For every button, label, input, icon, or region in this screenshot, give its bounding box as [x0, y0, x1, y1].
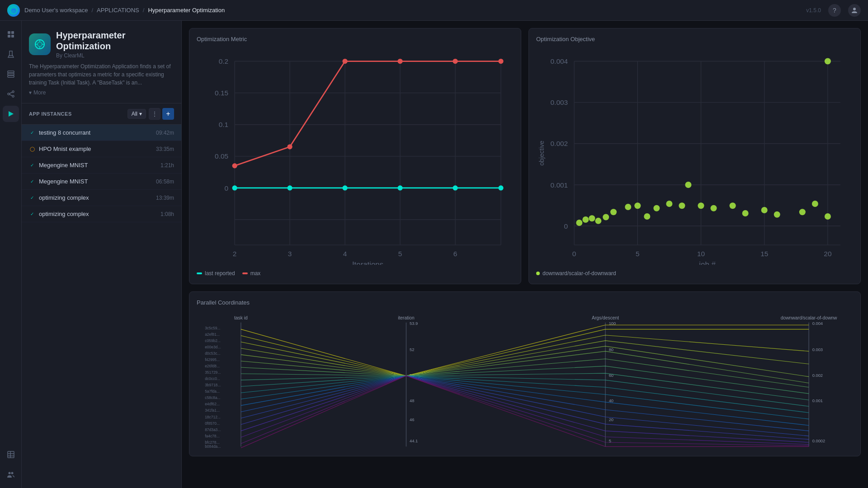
- svg-point-61: [453, 59, 458, 64]
- svg-marker-14: [9, 111, 14, 117]
- app-icon: [29, 33, 51, 55]
- instances-header: APP INSTANCES All ▾ ⋮ +: [22, 103, 181, 125]
- app-title-row: HyperparameterOptimization By ClearML: [29, 30, 174, 59]
- nav-table[interactable]: [3, 446, 19, 463]
- svg-text:351729...: 351729...: [205, 370, 221, 375]
- nav-team[interactable]: [3, 466, 19, 483]
- svg-point-1: [853, 8, 856, 10]
- svg-text:job #: job #: [698, 260, 716, 264]
- svg-text:0.05: 0.05: [215, 152, 228, 160]
- nav-dashboard[interactable]: [3, 26, 19, 42]
- svg-text:0.001: 0.001: [551, 181, 568, 189]
- svg-point-104: [774, 211, 780, 218]
- svg-point-99: [698, 202, 704, 209]
- add-instance-button[interactable]: +: [162, 108, 174, 120]
- svg-rect-5: [11, 35, 14, 38]
- svg-text:4: 4: [343, 250, 347, 258]
- instance-item-4[interactable]: ✓ optimizing complex 13:39m: [22, 190, 181, 206]
- svg-point-53: [342, 185, 347, 190]
- nav-experiments[interactable]: [3, 46, 19, 62]
- svg-text:0.0002: 0.0002: [812, 439, 826, 443]
- svg-point-98: [685, 182, 691, 188]
- svg-point-60: [397, 59, 402, 64]
- svg-text:0.002: 0.002: [551, 140, 568, 147]
- app-author: By ClearML: [56, 52, 125, 59]
- svg-text:downward/scalar-of-downw: downward/scalar-of-downw: [781, 315, 837, 320]
- svg-rect-4: [8, 35, 10, 38]
- sep1: /: [91, 7, 93, 14]
- svg-text:0: 0: [564, 222, 568, 230]
- filter-button[interactable]: All ▾: [127, 109, 146, 119]
- help-button[interactable]: ?: [828, 4, 841, 17]
- svg-point-55: [453, 185, 458, 190]
- svg-text:0.003: 0.003: [551, 99, 568, 106]
- svg-line-12: [9, 92, 12, 94]
- svg-text:80: 80: [609, 347, 613, 352]
- svg-point-91: [610, 209, 617, 215]
- svg-point-107: [825, 213, 831, 220]
- instance-time: 1:08h: [160, 211, 174, 217]
- svg-text:e26fd8...: e26fd8...: [205, 364, 220, 368]
- svg-text:0.004: 0.004: [812, 321, 823, 326]
- svg-text:Iterations: Iterations: [352, 260, 383, 264]
- svg-point-52: [287, 185, 292, 190]
- workspace-link[interactable]: Demo User's workspace: [24, 7, 88, 14]
- more-link[interactable]: ▾ More: [29, 89, 174, 96]
- main-layout: HyperparameterOptimization By ClearML Th…: [0, 21, 868, 488]
- instance-item-1[interactable]: ◯ HPO Mnist example 33:35m: [22, 141, 181, 157]
- metric-chart-title: Optimization Metric: [197, 36, 514, 42]
- svg-point-51: [232, 185, 237, 190]
- instance-item-0[interactable]: ✓ testing 8 concurrant 09:42m: [22, 125, 181, 141]
- objective-chart-area: 0.004 0.003 0.002 0.001 0 objective 0 5 …: [536, 48, 853, 265]
- svg-text:48: 48: [410, 399, 414, 403]
- clearml-logo[interactable]: [7, 4, 20, 17]
- status-check-icon: ✓: [29, 130, 35, 136]
- svg-text:task id: task id: [234, 315, 248, 320]
- svg-text:0.2: 0.2: [219, 57, 228, 65]
- svg-text:52: 52: [410, 347, 414, 352]
- svg-text:5a7fda...: 5a7fda...: [205, 389, 220, 394]
- svg-text:0.003: 0.003: [812, 347, 823, 352]
- svg-text:0.15: 0.15: [215, 89, 228, 97]
- instances-menu-button[interactable]: ⋮: [149, 108, 160, 120]
- svg-point-93: [634, 202, 641, 209]
- instance-name: optimizing complex: [39, 211, 157, 217]
- breadcrumb: Demo User's workspace / APPLICATIONS / H…: [24, 7, 802, 14]
- svg-text:Args/descent: Args/descent: [592, 315, 619, 320]
- svg-text:20: 20: [609, 418, 613, 422]
- nav-pipelines[interactable]: [3, 86, 19, 102]
- optimization-metric-card: Optimization Metric: [189, 28, 521, 284]
- status-check-icon: ✓: [29, 211, 35, 217]
- instance-time: 33:35m: [156, 146, 174, 152]
- svg-point-20: [11, 472, 13, 474]
- svg-text:0.1: 0.1: [219, 121, 228, 128]
- instance-time: 13:39m: [156, 195, 174, 201]
- svg-point-11: [12, 95, 14, 97]
- nav-models[interactable]: [3, 66, 19, 82]
- user-avatar[interactable]: [848, 4, 861, 17]
- instance-item-5[interactable]: ✓ optimizing complex 1:08h: [22, 206, 181, 222]
- objective-legend: downward/scalar-of-downward: [536, 270, 853, 277]
- svg-point-59: [342, 59, 347, 64]
- status-check-icon: ✓: [29, 178, 35, 185]
- svg-rect-7: [8, 73, 14, 75]
- svg-text:d0c53c...: d0c53c...: [205, 351, 220, 356]
- svg-point-90: [603, 214, 609, 220]
- svg-text:5: 5: [636, 250, 640, 258]
- svg-text:2: 2: [233, 250, 237, 258]
- version-label: v1.5.0: [806, 7, 821, 14]
- legend-last-reported: last reported: [197, 270, 235, 277]
- svg-point-0: [10, 7, 17, 14]
- svg-point-103: [761, 207, 768, 213]
- svg-text:e4df62...: e4df62...: [205, 402, 220, 406]
- parallel-coordinates-card: Parallel Coordinates task id iteration A…: [189, 291, 861, 456]
- applications-link[interactable]: APPLICATIONS: [97, 7, 139, 14]
- nav-applications[interactable]: [3, 106, 19, 122]
- svg-text:5: 5: [398, 250, 402, 258]
- instance-item-2[interactable]: ✓ Megengine MNIST 1:21h: [22, 157, 181, 174]
- instance-item-3[interactable]: ✓ Megengine MNIST 06:58m: [22, 174, 181, 190]
- svg-point-86: [576, 220, 582, 226]
- svg-text:0.004: 0.004: [551, 57, 568, 65]
- svg-point-106: [812, 201, 818, 207]
- svg-point-22: [38, 42, 42, 47]
